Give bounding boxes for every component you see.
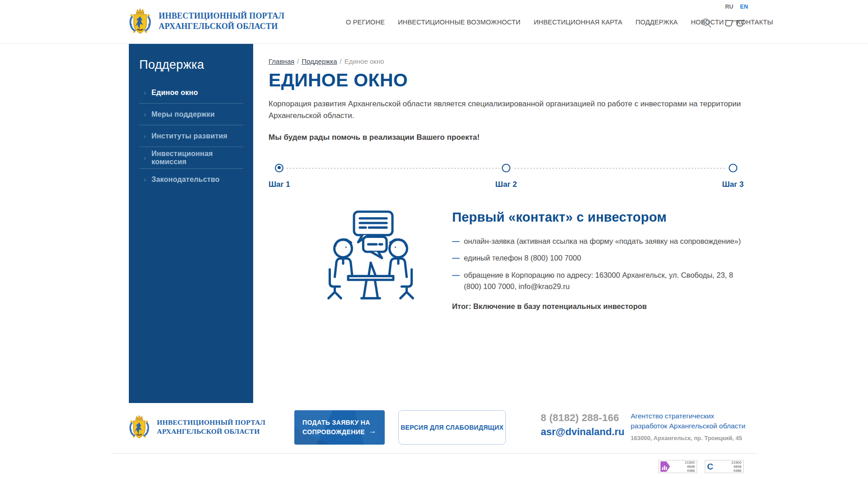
nav-item-opportunities[interactable]: ИНВЕСТИЦИОННЫЕ ВОЗМОЖНОСТИ — [398, 19, 520, 26]
sidebar-title: Поддержка — [139, 58, 243, 72]
chevron-right-icon: › — [144, 176, 146, 183]
footer-logo[interactable]: ИНВЕСТИЦИОННЫЙ ПОРТАЛ АРХАНГЕЛЬСКОЙ ОБЛА… — [129, 414, 265, 440]
sidebar-item-label: Единое окно — [151, 89, 198, 97]
site-title-line1: ИНВЕСТИЦИОННЫЙ ПОРТАЛ — [159, 11, 284, 21]
sidebar-support: Поддержка › Единое окно › Меры поддержки… — [129, 44, 253, 403]
step-2-label[interactable]: Шаг 2 — [495, 180, 517, 189]
apply-for-support-button[interactable]: ПОДАТЬ ЗАЯВКУ НА СОПРОВОЖДЕНИЕ → — [294, 410, 385, 445]
step-1-heading: Первый «контакт» с инвестором — [452, 210, 744, 225]
sidebar-item-label: Законодательство — [151, 175, 220, 184]
visit-counters: 21500 4848 4386 C 21500 4848 4386 — [658, 460, 744, 473]
sidebar-item-label: Институты развития — [151, 132, 227, 140]
breadcrumb: Главная/Поддержка/Единое окно — [269, 44, 744, 65]
site-logo[interactable]: ИНВЕСТИЦИОННЫЙ ПОРТАЛ АРХАНГЕЛЬСКОЙ ОБЛА… — [129, 7, 284, 36]
coat-of-arms-icon — [129, 414, 150, 440]
footer-site-title: ИНВЕСТИЦИОННЫЙ ПОРТАЛ АРХАНГЕЛЬСКОЙ ОБЛА… — [157, 418, 265, 436]
breadcrumb-current: Единое окно — [344, 57, 384, 65]
meeting-illustration-icon — [326, 210, 415, 302]
page-title: ЕДИНОЕ ОКНО — [269, 70, 744, 91]
page: ИНВЕСТИЦИОННЫЙ ПОРТАЛ АРХАНГЕЛЬСКОЙ ОБЛА… — [0, 0, 868, 479]
footer-site-title-line2: АРХАНГЕЛЬСКОЙ ОБЛАСТИ — [157, 427, 265, 436]
lang-en[interactable]: EN — [740, 4, 748, 10]
apply-button-label: ПОДАТЬ ЗАЯВКУ НА СОПРОВОЖДЕНИЕ — [302, 419, 370, 436]
footer-phone: 8 (8182) 288-166 — [541, 412, 624, 424]
sidebar-item-mery-podderzhki[interactable]: › Меры поддержки — [139, 104, 243, 125]
site-title-line2: АРХАНГЕЛЬСКОЙ ОБЛАСТИ — [159, 21, 284, 32]
chevron-right-icon: › — [144, 154, 146, 161]
breadcrumb-separator: / — [340, 57, 342, 65]
counter-value: 21500 — [685, 460, 695, 465]
footer-site-title-line1: ИНВЕСТИЦИОННЫЙ ПОРТАЛ — [157, 418, 265, 427]
footer-email-link[interactable]: asr@dvinaland.ru — [541, 426, 624, 438]
main-content: Главная/Поддержка/Единое окно ЕДИНОЕ ОКН… — [269, 44, 744, 311]
step-3-label[interactable]: Шаг 3 — [722, 180, 744, 189]
bullet-text: онлайн-заявка (активная ссылка на форму … — [464, 237, 741, 245]
counter-value: 4848 — [731, 465, 741, 469]
counter-value: 4386 — [731, 469, 741, 473]
step-1-text: Первый «контакт» с инвестором — онлайн-з… — [452, 210, 744, 311]
bullet-item: — единый телефон 8 (800) 100 7000 — [452, 252, 744, 264]
visually-impaired-label: ВЕРСИЯ ДЛЯ СЛАБОВИДЯЩИХ — [401, 424, 504, 431]
counter-values: 21500 4848 4386 — [685, 460, 695, 473]
arrow-right-icon: → — [369, 425, 377, 437]
nav-item-map[interactable]: ИНВЕСТИЦИОННАЯ КАРТА — [533, 19, 622, 26]
nav-item-region[interactable]: О РЕГИОНЕ — [346, 19, 385, 26]
intro-text: Корпорация развития Архангельской област… — [269, 98, 743, 122]
breadcrumb-home[interactable]: Главная — [269, 57, 294, 65]
header: ИНВЕСТИЦИОННЫЙ ПОРТАЛ АРХАНГЕЛЬСКОЙ ОБЛА… — [0, 0, 868, 44]
footer-address: 163000, Архангельск, пр. Троицкий, 45 — [631, 435, 753, 441]
step-1-content: Первый «контакт» с инвестором — онлайн-з… — [269, 210, 744, 311]
chevron-right-icon: › — [144, 111, 146, 118]
metrika-icon — [660, 461, 670, 472]
lang-ru[interactable]: RU — [725, 4, 733, 10]
visually-impaired-version-button[interactable]: ВЕРСИЯ ДЛЯ СЛАБОВИДЯЩИХ — [398, 410, 506, 445]
accessibility-glasses-icon[interactable] — [725, 19, 744, 27]
sidebar-item-edinoe-okno[interactable]: › Единое окно — [139, 82, 243, 103]
bullet-dash-icon: — — [452, 270, 460, 281]
breadcrumb-separator: / — [297, 57, 299, 65]
lead-text: Мы будем рады помочь в реализации Вашего… — [269, 133, 744, 142]
bullet-item: — онлайн-заявка (активная ссылка на форм… — [452, 236, 744, 247]
counter-value: 21500 — [731, 460, 741, 465]
footer-agency: Агентство стратегических разработок Арха… — [631, 411, 753, 441]
footer: ИНВЕСТИЦИОННЫЙ ПОРТАЛ АРХАНГЕЛЬСКОЙ ОБЛА… — [0, 403, 868, 479]
footer-contacts: 8 (8182) 288-166 asr@dvinaland.ru — [541, 412, 624, 438]
coat-of-arms-icon — [129, 7, 151, 36]
site-title: ИНВЕСТИЦИОННЫЙ ПОРТАЛ АРХАНГЕЛЬСКОЙ ОБЛА… — [159, 11, 284, 32]
sputnik-icon: C — [707, 462, 713, 472]
sidebar-item-label: Меры поддержки — [151, 110, 215, 119]
chevron-right-icon: › — [144, 89, 146, 96]
bullet-item: — обращение в Корпорацию по адресу: 1630… — [452, 270, 744, 292]
bullet-text: единый телефон 8 (800) 100 7000 — [464, 254, 581, 262]
agency-link[interactable]: Агентство стратегических разработок Арха… — [631, 411, 753, 431]
step-2-circle[interactable] — [502, 164, 510, 172]
bullet-dash-icon: — — [452, 252, 460, 264]
breadcrumb-support[interactable]: Поддержка — [302, 57, 337, 65]
step-indicator: Шаг 1 Шаг 2 Шаг 3 — [269, 164, 744, 193]
bullet-dash-icon: — — [452, 236, 460, 247]
step-1-label[interactable]: Шаг 1 — [269, 180, 290, 189]
step-1-bullets: — онлайн-заявка (активная ссылка на форм… — [452, 236, 744, 292]
counter-value: 4386 — [685, 469, 695, 473]
step-1-result: Итог: Включение в базу потенциальных инв… — [452, 302, 744, 311]
sidebar-item-instituty-razvitiya[interactable]: › Институты развития — [139, 125, 243, 147]
search-icon[interactable] — [702, 18, 712, 28]
sidebar-item-invest-komissiya[interactable]: › Инвестиционная комиссия — [139, 147, 243, 168]
metrika-counter-badge[interactable]: 21500 4848 4386 — [658, 460, 697, 473]
language-switcher: RU EN — [725, 4, 748, 10]
step-1-circle[interactable] — [275, 164, 283, 172]
sidebar-item-label: Инвестиционная комиссия — [151, 150, 243, 166]
nav-item-support[interactable]: ПОДДЕРЖКА — [636, 19, 678, 26]
step-3-circle[interactable] — [729, 164, 737, 172]
sidebar-item-zakonodatelstvo[interactable]: › Законодательство — [139, 169, 243, 190]
footer-divider — [111, 453, 757, 454]
bullet-text: обращение в Корпорацию по адресу: 163000… — [464, 271, 733, 290]
counter-value: 4848 — [685, 465, 695, 469]
sputnik-counter-badge[interactable]: C 21500 4848 4386 — [705, 460, 744, 473]
counter-values: 21500 4848 4386 — [731, 460, 741, 473]
chevron-right-icon: › — [144, 133, 146, 139]
